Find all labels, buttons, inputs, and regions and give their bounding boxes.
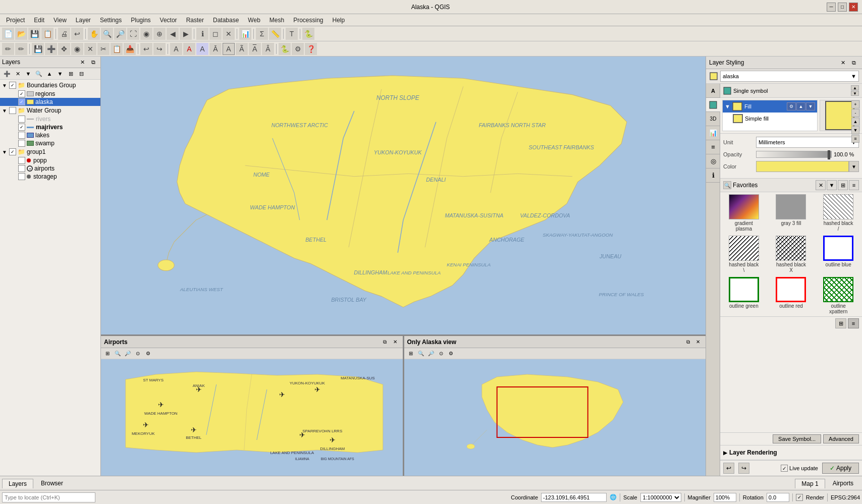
render-checkbox[interactable]: ✓ xyxy=(796,494,803,501)
menu-edit[interactable]: Edit xyxy=(30,16,48,25)
save-symbol-btn[interactable]: Save Symbol... xyxy=(773,434,821,443)
zoom-in-btn[interactable]: 🔍 xyxy=(101,28,113,40)
fav-gradient-plasma[interactable]: gradient plasma xyxy=(721,193,767,233)
tab-layers[interactable]: Layers xyxy=(2,479,33,488)
styling-close-btn[interactable]: ✕ xyxy=(838,58,848,67)
preview-btn-2[interactable]: - xyxy=(851,109,859,117)
popp-checkbox[interactable] xyxy=(18,157,25,164)
close-button[interactable]: ✕ xyxy=(849,3,858,12)
apply-btn[interactable]: ✓ Apply xyxy=(822,463,859,474)
rivers-layer[interactable]: rivers xyxy=(0,115,100,123)
favorites-search-btn[interactable]: 🔍 xyxy=(723,181,731,189)
preview-btn-4[interactable]: ▼ xyxy=(851,126,859,134)
measure-btn[interactable]: 📏 xyxy=(269,28,281,40)
fav-hashed-x[interactable]: hashed black X xyxy=(769,235,814,274)
group1-header[interactable]: ▼ 📁 group1 xyxy=(0,147,100,156)
preview-btn-1[interactable]: + xyxy=(851,100,859,108)
lakes-checkbox[interactable] xyxy=(18,132,25,139)
overview-nav-btn[interactable]: ⊞ xyxy=(406,350,415,358)
zoom-last-btn[interactable]: ◀ xyxy=(167,28,179,40)
fav-outline-red[interactable]: outline red xyxy=(769,276,814,315)
node-tool-btn[interactable]: ◉ xyxy=(71,43,83,55)
menu-layer[interactable]: Layer xyxy=(72,16,95,25)
layers-close-btn[interactable]: ✕ xyxy=(77,58,87,67)
popp-layer[interactable]: popp xyxy=(0,156,100,164)
water-group-header[interactable]: ▼ 📁 Water Group xyxy=(0,106,100,115)
styling-detach-btn[interactable]: ⧉ xyxy=(849,58,859,67)
menu-plugins[interactable]: Plugins xyxy=(127,16,154,25)
tab-diagram[interactable]: 📊 xyxy=(706,126,720,140)
live-update-checkbox[interactable]: ✓ xyxy=(781,465,788,472)
styling-layer-dropdown[interactable]: alaska ▼ xyxy=(720,71,859,82)
deselect-btn[interactable]: ✕ xyxy=(223,28,235,40)
undo-styling-btn[interactable]: ↩ xyxy=(723,463,734,474)
label-btn-4[interactable]: Ā xyxy=(209,43,222,55)
current-edits-btn[interactable]: ✏ xyxy=(2,43,14,55)
overview-detach-btn[interactable]: ⧉ xyxy=(683,338,692,346)
undo-edits-btn[interactable]: ↩ xyxy=(140,43,152,55)
lakes-layer[interactable]: lakes xyxy=(0,131,100,139)
regions-layer[interactable]: regions xyxy=(0,90,100,98)
label-btn-2[interactable]: A xyxy=(183,43,195,55)
grid-view-btn[interactable]: ⊞ xyxy=(835,318,846,328)
zoom-next-btn[interactable]: ▶ xyxy=(180,28,192,40)
fav-outline-blue[interactable]: outline blue xyxy=(816,235,861,274)
coordinate-input[interactable] xyxy=(541,493,607,502)
color-more-btn[interactable]: ▼ xyxy=(849,161,859,172)
zoom-out-btn[interactable]: 🔎 xyxy=(114,28,126,40)
cut-features-btn[interactable]: ✂ xyxy=(97,43,110,55)
move-up-btn[interactable]: ▲ xyxy=(44,69,55,78)
overview-zoom-full-btn[interactable]: ⊙ xyxy=(437,350,446,358)
fav-hashed-slash[interactable]: hashed black / xyxy=(816,193,861,233)
layer-search-btn[interactable]: 🔍 xyxy=(34,69,44,78)
storagep-layer[interactable]: storagep xyxy=(0,173,100,181)
python-2-btn[interactable]: 🐍 xyxy=(279,43,291,55)
remove-layer-btn[interactable]: ✕ xyxy=(13,69,23,78)
label-btn-8[interactable]: Â xyxy=(262,43,274,55)
fav-gray3[interactable]: gray 3 fill xyxy=(769,193,814,233)
scale-select[interactable]: 1:10000000 xyxy=(640,493,681,502)
move-feature-btn[interactable]: ✥ xyxy=(58,43,70,55)
minimize-button[interactable]: ─ xyxy=(827,3,836,12)
macro-btn[interactable]: ⚙ xyxy=(292,43,304,55)
overview-settings-btn[interactable]: ⚙ xyxy=(447,350,456,358)
menu-database[interactable]: Database xyxy=(209,16,243,25)
print-btn[interactable]: 🖨 xyxy=(58,28,70,40)
fill-properties-btn[interactable]: ⚙ xyxy=(787,102,796,110)
label-btn-3[interactable]: A xyxy=(196,43,208,55)
zoom-full-btn[interactable]: ⛶ xyxy=(127,28,139,40)
tab-labels[interactable]: A xyxy=(706,84,720,98)
collapse-all-btn[interactable]: ⊟ xyxy=(76,69,86,78)
fav-outline-green[interactable]: outline green xyxy=(721,276,767,315)
favorites-grid-btn[interactable]: ⊞ xyxy=(838,180,848,190)
boundaries-checkbox[interactable] xyxy=(9,82,16,89)
opacity-slider[interactable] xyxy=(756,151,832,158)
favorites-clear-btn[interactable]: ✕ xyxy=(816,180,826,190)
rotation-input[interactable] xyxy=(767,493,789,502)
airports-checkbox[interactable] xyxy=(18,165,25,172)
airports-zoom-out-btn[interactable]: 🔎 xyxy=(123,350,132,358)
tab-rendering[interactable]: ◎ xyxy=(706,154,720,169)
layers-detach-btn[interactable]: ⧉ xyxy=(88,58,98,67)
copy-features-btn[interactable]: 📋 xyxy=(111,43,123,55)
airports-close-btn[interactable]: ✕ xyxy=(391,338,400,346)
airports-layer[interactable]: ✈ airports xyxy=(0,164,100,173)
label-btn-7[interactable]: A̅ xyxy=(249,43,261,55)
menu-view[interactable]: View xyxy=(49,16,71,25)
tab-symbology[interactable] xyxy=(706,98,720,112)
airports-detach-btn[interactable]: ⧉ xyxy=(381,338,390,346)
main-map[interactable]: NORTH SLOPE NORTHWEST ARCTIC NOME FAIRBA… xyxy=(101,57,706,334)
filter-layer-btn[interactable]: ▼ xyxy=(23,69,33,78)
save-edits-btn[interactable]: 💾 xyxy=(32,43,44,55)
favorites-dropdown-btn[interactable]: ▼ xyxy=(827,180,837,190)
color-picker[interactable] xyxy=(756,161,849,172)
list-view-btn[interactable]: ≡ xyxy=(848,318,859,328)
redo-styling-btn[interactable]: ↪ xyxy=(738,463,749,474)
paste-features-btn[interactable]: 📥 xyxy=(124,43,136,55)
water-checkbox[interactable] xyxy=(9,107,16,114)
add-layer-btn[interactable]: ➕ xyxy=(2,69,12,78)
menu-settings[interactable]: Settings xyxy=(96,16,126,25)
menu-project[interactable]: Project xyxy=(2,16,29,25)
majrivers-checkbox[interactable] xyxy=(18,124,25,131)
group1-checkbox[interactable] xyxy=(9,148,16,155)
